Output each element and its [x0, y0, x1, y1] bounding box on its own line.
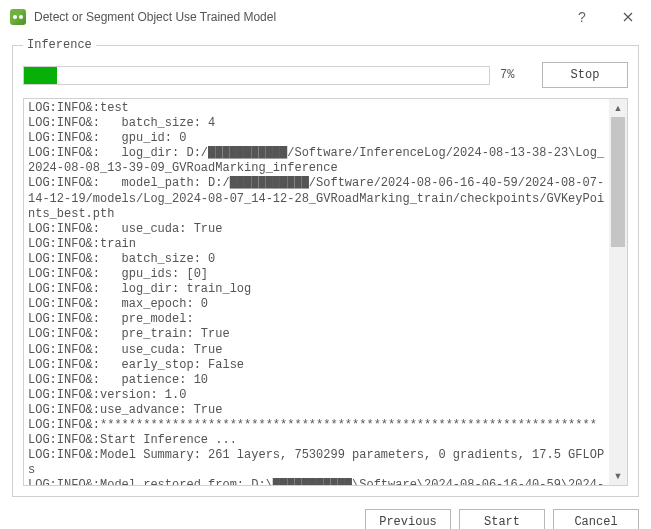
log-box: LOG:INFO&:test LOG:INFO&: batch_size: 4 …	[23, 98, 628, 486]
footer-buttons: Previous Start Cancel	[0, 497, 651, 529]
scroll-down-arrow[interactable]: ▼	[609, 467, 627, 485]
start-button[interactable]: Start	[459, 509, 545, 529]
scroll-up-arrow[interactable]: ▲	[609, 99, 627, 117]
app-icon	[10, 9, 26, 25]
window-title: Detect or Segment Object Use Trained Mod…	[34, 10, 559, 24]
scroll-thumb[interactable]	[611, 117, 625, 247]
scroll-track[interactable]	[609, 117, 627, 467]
previous-button[interactable]: Previous	[365, 509, 451, 529]
log-text[interactable]: LOG:INFO&:test LOG:INFO&: batch_size: 4 …	[24, 99, 609, 485]
progress-fill	[24, 67, 57, 84]
close-icon	[623, 12, 633, 22]
close-button[interactable]	[605, 0, 651, 34]
client-area: Inference 7% Stop LOG:INFO&:test LOG:INF…	[0, 34, 651, 497]
cancel-button[interactable]: Cancel	[553, 509, 639, 529]
progress-percent: 7%	[500, 68, 532, 82]
progress-bar	[23, 66, 490, 85]
help-button[interactable]: ?	[559, 0, 605, 34]
group-legend: Inference	[23, 38, 96, 52]
title-bar: Detect or Segment Object Use Trained Mod…	[0, 0, 651, 34]
inference-group: Inference 7% Stop LOG:INFO&:test LOG:INF…	[12, 38, 639, 497]
scrollbar[interactable]: ▲ ▼	[609, 99, 627, 485]
stop-button[interactable]: Stop	[542, 62, 628, 88]
progress-row: 7% Stop	[23, 62, 628, 88]
